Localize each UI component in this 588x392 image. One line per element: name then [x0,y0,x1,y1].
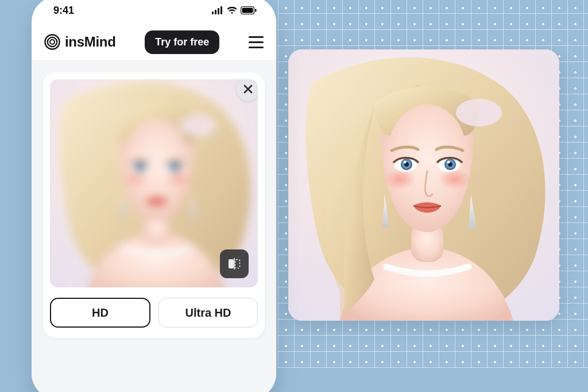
brand: insMind [44,34,116,50]
svg-rect-16 [220,6,222,14]
status-indicators [212,6,257,14]
svg-point-12 [456,99,502,126]
svg-point-32 [173,165,177,168]
compare-icon [227,256,242,271]
close-icon [243,84,253,94]
svg-point-33 [180,114,216,136]
svg-point-2 [384,169,416,190]
svg-rect-35 [235,260,240,268]
menu-icon[interactable] [249,36,264,48]
svg-point-21 [48,37,57,47]
brand-logo-icon [44,34,60,50]
phone-frame: 9:41 [32,0,276,392]
status-time: 9:41 [53,5,74,17]
ultra-hd-button[interactable]: Ultra HD [158,298,258,328]
svg-rect-14 [215,10,216,14]
quality-options: HD Ultra HD [50,298,258,328]
svg-rect-34 [229,259,234,268]
svg-rect-18 [242,8,253,13]
close-button[interactable] [236,79,258,101]
wifi-icon [227,6,237,14]
svg-point-31 [138,165,142,168]
svg-rect-13 [212,11,214,14]
preview-image [50,79,258,287]
hd-button[interactable]: HD [50,298,150,328]
brand-name: insMind [65,34,116,50]
svg-rect-15 [218,8,219,14]
result-image-card [288,49,559,321]
compare-button[interactable] [220,249,249,278]
status-bar: 9:41 [32,0,276,24]
battery-icon [241,6,257,14]
result-portrait [288,49,559,321]
svg-point-11 [447,161,450,164]
svg-point-26 [166,171,192,187]
svg-point-10 [404,161,407,164]
cellular-icon [212,6,223,14]
svg-point-25 [122,171,148,187]
svg-point-3 [439,169,471,190]
svg-rect-19 [255,9,257,12]
try-free-button[interactable]: Try for free [145,30,219,54]
svg-point-22 [50,40,55,44]
upload-card: HD Ultra HD [43,72,265,338]
phone-body: HD Ultra HD [32,60,276,392]
app-bar: insMind Try for free [32,24,276,60]
